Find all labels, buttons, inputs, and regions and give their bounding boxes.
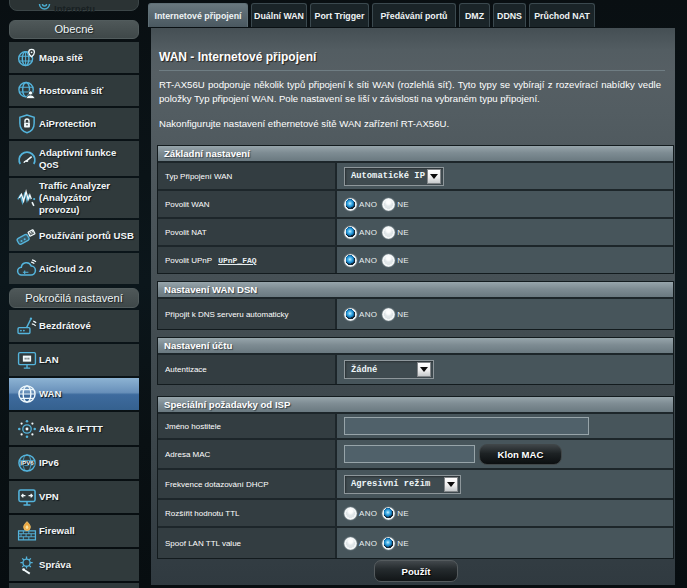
svg-text:IPV6: IPV6 — [20, 459, 34, 466]
